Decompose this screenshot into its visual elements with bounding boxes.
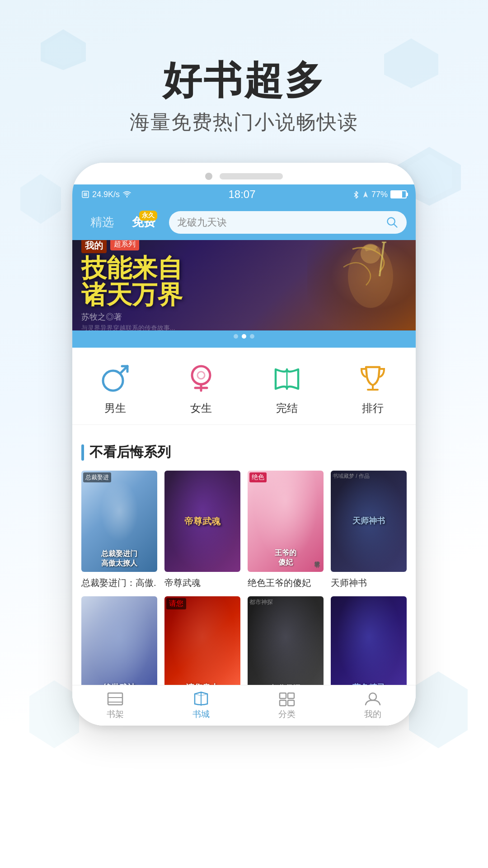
search-bar[interactable]: 龙破九天诀 [169,211,407,234]
banner-illustration [307,240,416,330]
sub-title: 海量免费热门小说畅快读 [0,109,488,136]
bottom-nav-shelf-label: 书架 [107,708,124,720]
signal-icon [362,190,369,198]
svg-point-37 [369,693,376,700]
bottom-nav-bookstore-label: 书城 [192,708,210,720]
svg-rect-29 [108,693,122,705]
book-title-2: 帝尊武魂 [164,576,240,589]
book-title-3: 绝色王爷的傻妃 [248,576,324,589]
bottom-nav-shelf[interactable]: 书架 [72,691,158,720]
book-item-3[interactable]: 绝色 王爷的傻妃 晓伊芯 著 绝色王爷的傻妃 [248,471,324,589]
status-left: 24.9K/s [81,190,131,199]
svg-rect-36 [288,700,294,706]
sim-icon [81,190,89,198]
phone-mockup: 24.9K/s 18:07 77% 精选 永久 免费 龙破九天诀 [72,163,416,726]
book-item-4[interactable]: 天师神书 书域藏梦 / 作品 天师神书 [331,471,407,589]
category-ranking-label: 排行 [362,401,384,415]
category-completed[interactable]: 完结 [269,360,305,415]
battery-icon [390,190,407,198]
female-icon-wrap [183,360,219,396]
clock: 18:07 [228,188,255,201]
book-title-4: 天师神书 [331,576,407,589]
svg-rect-33 [280,693,286,698]
shelf-icon [106,691,124,707]
bottom-nav-profile-label: 我的 [364,708,381,720]
category-completed-label: 完结 [276,401,298,415]
svg-point-25 [197,372,205,379]
book-cover-1: 总裁娶进门高傲太撩人 总裁娶进 [81,471,157,572]
trophy-icon-wrap [355,360,391,396]
book-cover-4: 天师神书 书域藏梦 / 作品 [331,471,407,572]
nav-bar: 精选 永久 免费 龙破九天诀 [72,204,416,240]
profile-icon [364,691,382,707]
phone-speaker [220,173,283,179]
section-marker [81,444,84,461]
male-icon-wrap [97,360,133,396]
svg-marker-7 [29,680,79,748]
female-icon [185,363,217,394]
trophy-icon [357,363,389,394]
search-placeholder: 龙破九天诀 [177,216,386,229]
book-cover-5: 绝世武神 [81,596,157,698]
phone-top-bar [72,163,416,184]
svg-point-22 [192,366,210,384]
bottom-nav-category[interactable]: 分类 [244,691,330,720]
banner-container: 我的 超系列 技能来自诸天万界 苏牧之◎著 与灵界异界穿越联系的传奇故事... [72,240,416,348]
bg-decoration-br2 [407,669,470,750]
book-item-2[interactable]: 帝尊武魂 帝尊武魂 [164,471,240,589]
book-item-1[interactable]: 总裁娶进门高傲太撩人 总裁娶进 总裁娶进门：高傲. [81,471,157,589]
category-ranking[interactable]: 排行 [355,360,391,415]
book-cover-6: 请您 请您皇上 [164,596,240,698]
category-male[interactable]: 男生 [97,360,133,415]
bottom-nav-bookstore[interactable]: 书城 [158,691,244,720]
bottom-nav: 书架 书城 分类 [72,685,416,726]
banner-title: 技能来自诸天万界 [81,255,183,308]
banner-small-badge: 超系列 [110,240,139,250]
section-title: 不看后悔系列 [89,443,171,462]
banner-dots [72,334,416,339]
banner[interactable]: 我的 超系列 技能来自诸天万界 苏牧之◎著 与灵界异界穿越联系的传奇故事... [72,240,416,330]
status-right: 77% [352,190,407,199]
category-icon [278,691,296,707]
search-icon [386,216,399,229]
svg-rect-35 [280,700,286,706]
header-section: 好书超多 海量免费热门小说畅快读 [0,0,488,136]
male-icon [99,363,131,394]
phone-camera [205,173,212,180]
nav-item-featured[interactable]: 精选 [81,211,123,234]
nav-badge-free: 永久 [139,211,157,221]
nav-item-free[interactable]: 永久 免费 [123,211,164,234]
battery-percent: 77% [371,190,388,199]
svg-rect-34 [288,693,294,698]
bg-decoration-bl [18,172,63,226]
svg-rect-10 [84,193,87,196]
svg-marker-4 [20,174,61,224]
book-grid: 总裁娶进门高傲太撩人 总裁娶进 总裁娶进门：高傲. 帝尊武魂 [81,471,407,715]
banner-author: 苏牧之◎著 [81,311,183,322]
main-title: 好书超多 [0,59,488,102]
book-title-1: 总裁娶进门：高傲. [81,576,157,589]
book-cover-8: 蓝色精灵 [331,596,407,698]
book-cover-7: 打你保镖 都市神探 [248,596,324,698]
bluetooth-icon [352,190,360,198]
banner-tagline: 与灵界异界穿越联系的传奇故事... [81,324,183,330]
book-section: 不看后悔系列 总裁娶进门高傲太撩人 总裁娶进 总裁娶进门：高傲. [72,432,416,726]
book-icon-wrap [269,360,305,396]
category-section: 男生 女生 完结 [72,348,416,425]
category-female-label: 女生 [190,401,212,415]
bottom-nav-profile[interactable]: 我的 [330,691,416,720]
banner-text: 我的 超系列 技能来自诸天万界 苏牧之◎著 与灵界异界穿越联系的传奇故事... [72,240,192,330]
bookstore-icon-wrap [191,691,211,707]
svg-line-13 [394,224,397,227]
banner-tag-my: 我的 [81,240,107,253]
category-male-label: 男生 [104,401,126,415]
book-icon [271,363,303,394]
bookstore-icon [192,691,210,707]
wifi-icon [122,191,131,198]
book-cover-3: 绝色 王爷的傻妃 晓伊芯 著 [248,471,324,572]
banner-dot-1 [234,334,238,339]
section-header: 不看后悔系列 [81,443,407,462]
category-female[interactable]: 女生 [183,360,219,415]
book-cover-2: 帝尊武魂 [164,471,240,572]
category-icon-wrap [277,691,297,707]
